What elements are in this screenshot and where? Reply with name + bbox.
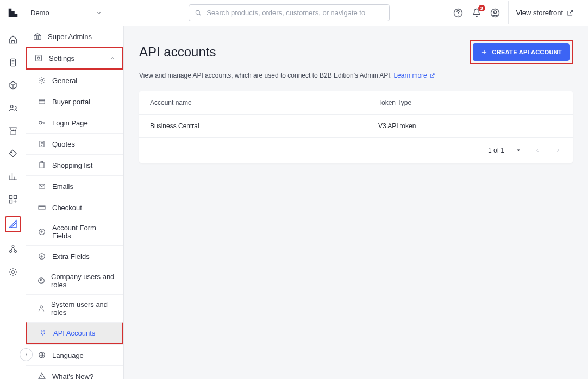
user-icon [37, 304, 46, 313]
external-link-icon [566, 9, 574, 17]
rail-channel-icon[interactable] [7, 243, 19, 255]
view-storefront-link[interactable]: View storefront [508, 1, 581, 24]
clipboard-icon [37, 160, 47, 170]
rail-collapse-button[interactable] [20, 348, 33, 361]
rail-orders-icon[interactable] [7, 56, 19, 68]
prev-page-button[interactable] [533, 146, 542, 155]
sidebar-item-company-users[interactable]: Company users and roles [26, 267, 123, 294]
svg-rect-5 [10, 59, 15, 66]
sidebar-item-quotes[interactable]: Quotes [26, 133, 123, 154]
svg-point-28 [40, 306, 43, 308]
table-footer: 1 of 1 [139, 138, 573, 163]
col-token-type: Token Type [378, 99, 562, 106]
gear-box-icon [34, 53, 43, 63]
svg-point-18 [39, 121, 42, 124]
globe-icon [37, 350, 47, 360]
svg-point-15 [37, 57, 40, 59]
chevron-down-icon [96, 10, 102, 16]
sidebar-item-buyer-portal[interactable]: Buyer portal [26, 91, 123, 112]
svg-rect-7 [9, 195, 12, 198]
plug-icon [38, 328, 48, 338]
icon-rail [0, 26, 26, 379]
main-content: API accounts CREATE API ACCOUNT View and… [124, 26, 588, 379]
rail-marketing-icon[interactable] [7, 148, 19, 160]
store-selector[interactable]: Demo [25, 5, 126, 20]
rail-storefront-icon[interactable] [7, 125, 19, 137]
key-icon [37, 118, 47, 128]
sidebar-item-shopping-list[interactable]: Shopping list [26, 154, 123, 175]
next-page-button[interactable] [553, 146, 563, 155]
chevron-up-icon [109, 55, 116, 61]
app-logo [7, 7, 20, 20]
rail-customers-icon[interactable] [7, 102, 19, 114]
document-icon [37, 139, 47, 149]
alert-icon [37, 371, 47, 379]
plus-circle-icon [37, 251, 47, 261]
cell-token-type: V3 API token [378, 122, 562, 130]
notifications-icon[interactable]: 3 [471, 8, 482, 18]
sidebar-item-system-users[interactable]: System users and roles [26, 294, 123, 322]
search-icon [195, 9, 202, 17]
card-icon [37, 203, 47, 212]
user-circle-icon [37, 276, 46, 286]
sidebar-item-language[interactable]: Language [26, 344, 123, 365]
sidebar-item-settings[interactable]: Settings [26, 47, 123, 70]
svg-rect-8 [14, 195, 16, 198]
gear-icon [37, 75, 47, 85]
svg-rect-9 [9, 200, 12, 203]
api-accounts-table: Account name Token Type Business Central… [139, 91, 573, 163]
mail-icon [37, 181, 47, 191]
rows-per-page-dropdown[interactable] [515, 147, 522, 154]
sidebar-item-login-page[interactable]: Login Page [26, 112, 123, 133]
rail-apps-icon[interactable] [7, 193, 19, 205]
learn-more-link[interactable]: Learn more [393, 72, 435, 79]
svg-point-0 [196, 10, 200, 14]
cell-account-name: Business Central [150, 122, 378, 130]
profile-icon[interactable] [490, 8, 501, 18]
global-search[interactable] [189, 4, 390, 21]
pagination-text: 1 of 1 [488, 147, 504, 154]
svg-point-13 [11, 271, 14, 274]
plus-circle-icon [37, 227, 47, 237]
notification-badge: 3 [478, 5, 485, 11]
svg-point-27 [40, 279, 42, 281]
rail-home-icon[interactable] [7, 34, 19, 46]
sidebar-item-checkout[interactable]: Checkout [26, 197, 123, 218]
sidebar-item-extra-fields[interactable]: Extra Fields [26, 245, 123, 267]
svg-point-6 [10, 105, 13, 108]
portal-icon [37, 97, 47, 106]
table-header: Account name Token Type [139, 91, 573, 115]
help-icon[interactable] [453, 8, 464, 18]
svg-rect-14 [36, 55, 42, 61]
svg-point-16 [41, 79, 43, 81]
svg-point-2 [458, 14, 459, 15]
table-row[interactable]: Business Central V3 API token [139, 115, 573, 138]
sidebar-item-account-form-fields[interactable]: Account Form Fields [26, 218, 123, 245]
page-title: API accounts [139, 45, 216, 60]
rail-b2b-icon[interactable] [5, 216, 21, 232]
sidebar-item-whats-new[interactable]: What's New? [26, 365, 123, 379]
store-name: Demo [30, 9, 49, 17]
page-description: View and manage API accounts, which are … [139, 72, 573, 79]
svg-rect-17 [39, 99, 45, 104]
rail-settings-icon[interactable] [7, 266, 19, 278]
sidebar-item-emails[interactable]: Emails [26, 175, 123, 197]
svg-rect-23 [39, 205, 45, 210]
svg-point-4 [493, 10, 496, 13]
bank-icon [33, 31, 42, 41]
sidebar-item-super-admins[interactable]: Super Admins [26, 26, 123, 47]
sidebar-item-api-accounts[interactable]: API Accounts [26, 322, 123, 344]
rail-products-icon[interactable] [7, 79, 19, 91]
rail-analytics-icon[interactable] [7, 170, 19, 182]
sidebar: Super Admins Settings General Buyer port… [26, 26, 124, 379]
search-input[interactable] [207, 9, 384, 17]
plus-icon [480, 48, 488, 56]
sidebar-item-general[interactable]: General [26, 70, 123, 91]
col-account-name: Account name [150, 99, 378, 106]
create-api-account-button[interactable]: CREATE API ACCOUNT [473, 43, 570, 61]
